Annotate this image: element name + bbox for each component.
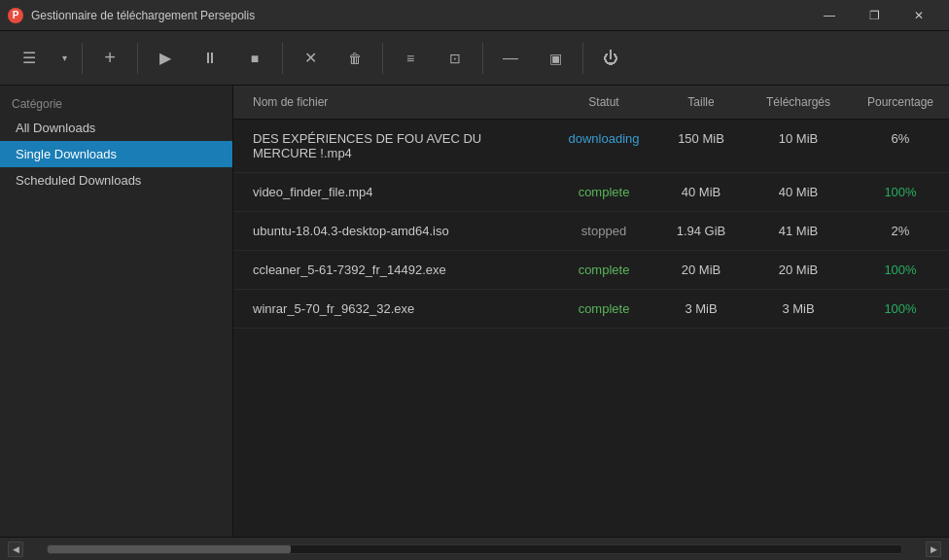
table-row[interactable]: video_finder_file.mp4complete40 MiB40 Mi… <box>233 173 949 212</box>
sidebar-item-single-downloads[interactable]: Single Downloads <box>0 141 232 167</box>
scroll-track[interactable] <box>47 544 902 554</box>
col-downloaded: Téléchargés <box>745 91 852 113</box>
toolbar-separator-2 <box>137 43 138 74</box>
toolbar-separator-4 <box>382 43 383 74</box>
cell-downloaded: 40 MiB <box>745 177 852 207</box>
remove-button[interactable]: ✕ <box>289 37 332 80</box>
statusbar: ◀ ▶ <box>0 537 949 560</box>
sidebar: Catégorie All Downloads Single Downloads… <box>0 86 233 537</box>
dropdown-button[interactable]: ▾ <box>53 37 76 80</box>
scroll-thumb <box>48 545 291 553</box>
table-row[interactable]: ccleaner_5-61-7392_fr_14492.execomplete2… <box>233 251 949 290</box>
app-icon: P <box>8 8 23 23</box>
cell-filename: video_finder_file.mp4 <box>233 177 550 207</box>
cell-size: 150 MiB <box>657 123 745 168</box>
table-row[interactable]: winrar_5-70_fr_9632_32.execomplete3 MiB3… <box>233 290 949 329</box>
cell-downloaded: 20 MiB <box>745 255 852 285</box>
toolbar: ☰ ▾ + ▶ ⏸ ■ ✕ 🗑 ≡ ⊡ — ▣ ⏻ <box>0 31 949 86</box>
col-status: Statut <box>550 91 657 113</box>
cell-size: 1.94 GiB <box>657 216 745 246</box>
toolbar-separator-3 <box>282 43 283 74</box>
properties-button[interactable]: ≡ <box>389 37 432 80</box>
sidebar-item-scheduled-downloads[interactable]: Scheduled Downloads <box>0 167 232 193</box>
cell-percentage: 6% <box>852 123 949 168</box>
cell-size: 40 MiB <box>657 177 745 207</box>
content-area: Nom de fichier Statut Taille Téléchargés… <box>233 86 949 537</box>
menu-button[interactable]: ☰ <box>8 37 51 80</box>
cell-size: 3 MiB <box>657 294 745 324</box>
downloads-table: Nom de fichier Statut Taille Téléchargés… <box>233 86 949 537</box>
cell-percentage: 100% <box>852 294 949 324</box>
toolbar-separator-1 <box>82 43 83 74</box>
app-title: Gestionnaire de téléchargement Persepoli… <box>31 9 807 22</box>
cell-downloaded: 3 MiB <box>745 294 852 324</box>
minimize-window-button[interactable]: — <box>807 0 852 31</box>
cell-status: complete <box>550 177 657 207</box>
queue-button[interactable]: ⊡ <box>434 37 476 80</box>
add-button[interactable]: + <box>88 37 131 80</box>
col-percentage: Pourcentage <box>852 91 949 113</box>
cell-downloaded: 10 MiB <box>745 123 852 168</box>
main-layout: Catégorie All Downloads Single Downloads… <box>0 86 949 537</box>
scroll-left-arrow[interactable]: ◀ <box>8 542 23 557</box>
cell-downloaded: 41 MiB <box>745 216 852 246</box>
delete-button[interactable]: 🗑 <box>334 37 376 80</box>
cell-percentage: 100% <box>852 177 949 207</box>
cell-size: 20 MiB <box>657 255 745 285</box>
col-size: Taille <box>657 91 745 113</box>
col-filename: Nom de fichier <box>233 91 550 113</box>
cell-filename: ccleaner_5-61-7392_fr_14492.exe <box>233 255 550 285</box>
titlebar: P Gestionnaire de téléchargement Persepo… <box>0 0 949 31</box>
resume-button[interactable]: ▶ <box>144 37 187 80</box>
titlebar-controls: — ❐ ✕ <box>807 0 941 31</box>
table-header: Nom de fichier Statut Taille Téléchargés… <box>233 86 949 120</box>
minimize-to-button[interactable]: — <box>489 37 532 80</box>
maximize-window-button[interactable]: ❐ <box>852 0 896 31</box>
sidebar-header: Catégorie <box>0 89 232 115</box>
close-window-button[interactable]: ✕ <box>896 0 941 31</box>
toolbar-separator-6 <box>582 43 583 74</box>
cell-percentage: 100% <box>852 255 949 285</box>
cell-status: downloading <box>550 123 657 168</box>
cell-percentage: 2% <box>852 216 949 246</box>
cell-filename: DES EXPÉRIENCES DE FOU AVEC DU MERCURE !… <box>233 123 550 168</box>
cell-filename: ubuntu-18.04.3-desktop-amd64.iso <box>233 216 550 246</box>
cell-filename: winrar_5-70_fr_9632_32.exe <box>233 294 550 324</box>
video-finder-button[interactable]: ▣ <box>534 37 577 80</box>
cell-status: complete <box>550 294 657 324</box>
pause-button[interactable]: ⏸ <box>189 37 231 80</box>
toolbar-separator-5 <box>482 43 483 74</box>
table-body: DES EXPÉRIENCES DE FOU AVEC DU MERCURE !… <box>233 120 949 329</box>
table-row[interactable]: ubuntu-18.04.3-desktop-amd64.isostopped1… <box>233 212 949 251</box>
cell-status: complete <box>550 255 657 285</box>
scroll-right-arrow[interactable]: ▶ <box>926 542 941 557</box>
cell-status: stopped <box>550 216 657 246</box>
sidebar-item-all-downloads[interactable]: All Downloads <box>0 115 232 141</box>
stop-button[interactable]: ■ <box>233 37 276 80</box>
power-button[interactable]: ⏻ <box>589 37 632 80</box>
table-row[interactable]: DES EXPÉRIENCES DE FOU AVEC DU MERCURE !… <box>233 120 949 173</box>
